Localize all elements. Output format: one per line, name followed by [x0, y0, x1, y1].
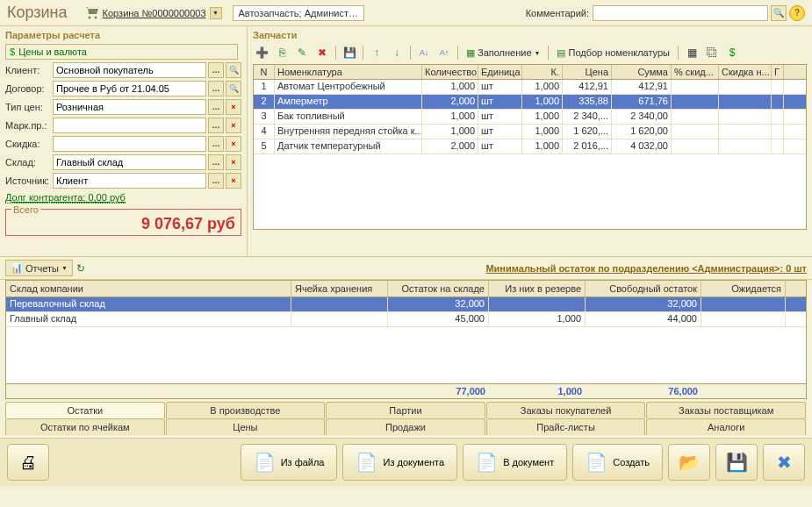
window-header: Корзина Корзина №0000000003 ▼ Автозапчас… [0, 0, 812, 26]
col-free[interactable]: Свободный остаток [586, 281, 701, 296]
open-folder-button[interactable]: 📂 [668, 444, 710, 481]
table-row[interactable]: 3Бак топливный1,000шт1,0002 340,...2 340… [254, 110, 806, 125]
source-field[interactable] [53, 173, 206, 189]
col-n[interactable]: N [254, 65, 275, 79]
create-button[interactable]: 📄Создать [572, 444, 663, 481]
col-nomenclature[interactable]: Номенклатура [275, 65, 422, 79]
table-row[interactable]: 2Амперметр2,000шт1,000335,88671,76 [254, 95, 806, 110]
tab-заказы-покупателей[interactable]: Заказы покупателей [486, 402, 646, 418]
close-button[interactable]: ✖ [763, 444, 805, 481]
from-document-button[interactable]: 📄Из документа [342, 444, 457, 481]
col-reserve[interactable]: Из них в резерве [489, 281, 586, 296]
grid-icon[interactable]: ▦ [683, 44, 701, 61]
save-icon[interactable]: 💾 [341, 44, 358, 61]
floppy-icon: 💾 [726, 452, 748, 473]
contract-label: Договор: [5, 83, 53, 94]
pricetype-clear-button[interactable]: × [226, 99, 241, 115]
doc-create-icon: 📄 [586, 452, 607, 473]
tab-прайс-листы[interactable]: Прайс-листы [486, 418, 646, 435]
tab-продажи[interactable]: Продажи [326, 418, 485, 435]
copy-icon[interactable]: ⿻ [703, 44, 721, 61]
add-icon[interactable]: ➕ [253, 44, 270, 61]
fill-button[interactable]: ▦Заполнение▼ [463, 46, 543, 61]
col-qty[interactable]: Количество [422, 65, 478, 79]
warehouse-field[interactable] [53, 154, 206, 170]
currency-icon[interactable]: $ [723, 44, 741, 61]
col-warehouse[interactable]: Склад компании [6, 281, 291, 296]
col-disc[interactable]: Скидка н... [719, 65, 772, 79]
tab-аналоги[interactable]: Аналоги [646, 418, 806, 435]
col-price[interactable]: Цена [563, 65, 612, 79]
mark-lookup-button[interactable]: … [208, 118, 224, 133]
discount-lookup-button[interactable]: … [208, 136, 224, 152]
source-clear-button[interactable]: × [226, 173, 241, 189]
from-file-button[interactable]: 📄Из файла [241, 444, 338, 481]
client-field[interactable] [53, 62, 206, 78]
warehouse-clear-button[interactable]: × [226, 154, 241, 170]
col-k[interactable]: К. [522, 65, 563, 79]
prices-currency-link[interactable]: $Цены и валюта [5, 44, 238, 60]
table-row[interactable]: 5Датчик температурный2,000шт1,0002 016,.… [254, 139, 806, 154]
breadcrumb[interactable]: Автозапчасть; Админист… [233, 5, 364, 21]
tab-остатки-по-ячейкам[interactable]: Остатки по ячейкам [5, 418, 165, 435]
table-row[interactable]: Главный склад45,0001,00044,000 [6, 312, 806, 327]
tabs: ОстаткиВ производствеПартииЗаказы покупа… [5, 402, 807, 435]
client-open-button[interactable]: 🔍 [226, 62, 241, 78]
cart-dropdown-icon[interactable]: ▼ [210, 7, 222, 19]
table-row[interactable]: 1Автомат Центробежный1,000шт1,000412,914… [254, 80, 806, 95]
table-row[interactable]: 4Внутренняя передняя стойка к...1,000шт1… [254, 125, 806, 139]
pricetype-lookup-button[interactable]: … [208, 99, 224, 115]
contract-open-button[interactable]: 🔍 [226, 81, 241, 96]
save-button[interactable]: 💾 [715, 444, 758, 481]
min-stock-link[interactable]: Минимальный остаток по подразделению <Ад… [485, 263, 807, 274]
warehouse-lookup-button[interactable]: … [208, 154, 224, 170]
params-panel: Параметры расчета $Цены и валюта Клиент:… [0, 26, 248, 256]
delete-icon[interactable]: ✖ [313, 44, 331, 61]
col-g[interactable]: Г [772, 65, 784, 79]
tab-партии[interactable]: Партии [326, 402, 485, 418]
parts-panel: Запчасти ➕ ⎘ ✎ ✖ 💾 ↑ ↓ A↓ A↑ ▦Заполнение… [248, 26, 812, 256]
col-unit[interactable]: Единица [478, 65, 522, 79]
insert-icon[interactable]: ⎘ [273, 44, 291, 61]
reports-button[interactable]: 📊Отчеты▼ [5, 260, 73, 276]
table-row[interactable]: Перевалочный склад32,00032,000 [6, 297, 806, 312]
pick-button[interactable]: ▤Подбор номенклатуры [553, 46, 673, 61]
col-stock[interactable]: Остаток на складе [388, 281, 489, 296]
debt-link[interactable]: Долг контрагента: 0,00 руб [5, 192, 126, 204]
client-lookup-button[interactable]: … [208, 62, 224, 78]
contract-field[interactable] [53, 81, 206, 96]
list-icon: ▤ [557, 47, 565, 59]
refresh-icon[interactable]: ↻ [76, 262, 85, 275]
cart-number-link[interactable]: Корзина №0000000003 [103, 8, 206, 18]
parts-grid: N Номенклатура Количество Единица К. Цен… [253, 64, 807, 230]
source-lookup-button[interactable]: … [208, 173, 224, 189]
tab-заказы-поставщикам[interactable]: Заказы поставщикам [646, 402, 806, 418]
edit-icon[interactable]: ✎ [293, 44, 311, 61]
tab-цены[interactable]: Цены [166, 418, 326, 435]
search-icon[interactable]: 🔍 [771, 5, 787, 21]
table-icon: ▦ [466, 47, 475, 59]
mark-clear-button[interactable]: × [226, 118, 241, 133]
col-pct[interactable]: % скид... [672, 65, 719, 79]
help-icon[interactable]: ? [789, 5, 805, 21]
sort-desc-icon[interactable]: A↑ [435, 44, 453, 61]
mark-field[interactable] [53, 118, 206, 133]
col-sum[interactable]: Сумма [612, 65, 672, 79]
move-up-icon[interactable]: ↑ [368, 44, 385, 61]
comment-input[interactable] [593, 5, 768, 21]
discount-clear-button[interactable]: × [226, 136, 241, 152]
to-document-button[interactable]: 📄В документ [463, 444, 567, 481]
col-cell[interactable]: Ячейка хранения [291, 281, 388, 296]
discount-field[interactable] [53, 136, 206, 152]
tab-в-производстве[interactable]: В производстве [166, 402, 326, 418]
contract-lookup-button[interactable]: … [208, 81, 224, 96]
print-button[interactable]: 🖨 [7, 444, 49, 481]
header-cart-info: Корзина №0000000003 ▼ Автозапчасть; Адми… [85, 5, 364, 21]
svg-point-0 [88, 16, 90, 18]
pricetype-field[interactable] [53, 99, 206, 115]
move-down-icon[interactable]: ↓ [388, 44, 406, 61]
warehouse-label: Склад: [5, 157, 53, 168]
tab-остатки[interactable]: Остатки [5, 402, 165, 418]
sort-asc-icon[interactable]: A↓ [415, 44, 433, 61]
col-expected[interactable]: Ожидается [701, 281, 786, 296]
